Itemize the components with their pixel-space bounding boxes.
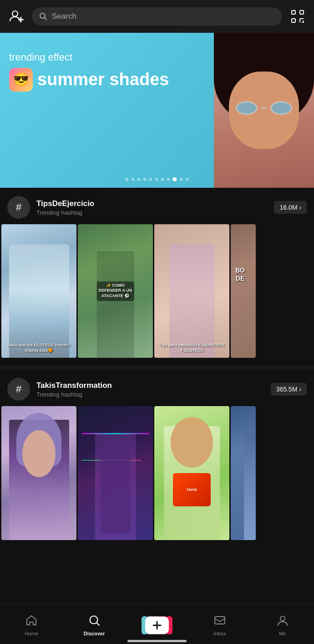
header: Search <box>0 0 314 33</box>
video-thumb-2-1[interactable] <box>1 406 76 540</box>
nav-item-home[interactable]: Home <box>15 614 47 636</box>
scroll-area: # TipsDeEjercicio Trending hashtag 16.0M… <box>0 188 314 594</box>
nav-item-discover[interactable]: Discover <box>78 614 110 636</box>
hashtag-sub-1: Trending hashtag <box>36 209 268 216</box>
glasses-left <box>236 101 257 115</box>
dot-9-active <box>173 177 177 181</box>
section-takistransformation: # TakisTransformation Trending hashtag 3… <box>0 370 314 548</box>
dot-7 <box>161 178 164 181</box>
nav-item-add[interactable] <box>141 616 173 634</box>
hashtag-icon-1: # <box>7 196 30 219</box>
me-icon <box>277 614 289 629</box>
banner-person-image <box>214 33 314 188</box>
discover-icon <box>88 614 100 629</box>
effect-name: summer shades <box>37 70 169 89</box>
hashtag-sub-2: Trending hashtag <box>36 391 264 398</box>
svg-line-13 <box>97 623 100 625</box>
home-indicator <box>127 640 187 642</box>
svg-line-4 <box>45 18 47 20</box>
thumb-text-1-1: Nada que tus GLUTEOS crecen? Intenta est… <box>3 341 75 355</box>
hashtag-name-1: TipsDeEjercicio <box>36 199 268 208</box>
hashtag-header-2: # TakisTransformation Trending hashtag 3… <box>0 370 314 406</box>
svg-rect-5 <box>292 10 295 14</box>
glasses-bridge <box>261 107 267 108</box>
section-divider <box>0 366 314 370</box>
svg-point-0 <box>12 11 18 16</box>
home-icon <box>25 614 37 629</box>
dot-8 <box>167 178 170 181</box>
add-user-button[interactable] <box>6 6 26 26</box>
svg-rect-6 <box>300 10 304 14</box>
hashtag-info-1: TipsDeEjercicio Trending hashtag <box>36 199 268 216</box>
banner-dots <box>126 177 189 181</box>
bottom-nav: Home Discover Inbox <box>0 604 314 644</box>
nav-label-home: Home <box>25 631 38 636</box>
video-thumb-2-4[interactable] <box>231 406 256 540</box>
video-thumb-1-4[interactable]: BODE <box>231 224 256 358</box>
nav-item-inbox[interactable]: Inbox <box>204 614 236 636</box>
hashtag-count-2[interactable]: 365.5M › <box>271 383 307 396</box>
svg-rect-7 <box>292 19 295 22</box>
nav-label-discover: Discover <box>84 631 105 636</box>
scan-button[interactable] <box>288 6 308 26</box>
dot-6 <box>155 178 158 181</box>
effect-icon: 😎 <box>9 68 33 92</box>
trending-label: trending effect <box>9 51 169 64</box>
dot-2 <box>132 178 135 181</box>
nav-add-button[interactable] <box>144 616 170 634</box>
banner[interactable]: trending effect 😎 summer shades <box>0 33 314 188</box>
hashtag-header-1: # TipsDeEjercicio Trending hashtag 16.0M… <box>0 188 314 224</box>
effect-name-row: 😎 summer shades <box>9 68 169 92</box>
video-thumb-1-3[interactable]: Tips para sentadilla CuaDRICEPS Y GLuTEO… <box>154 224 229 358</box>
hashtag-name-2: TakisTransformation <box>36 381 264 390</box>
glasses-right <box>270 101 292 115</box>
dot-11 <box>186 178 189 181</box>
hashtag-info-2: TakisTransformation Trending hashtag <box>36 381 264 398</box>
inbox-icon <box>214 614 226 629</box>
search-bar[interactable]: Search <box>32 7 282 26</box>
dot-5 <box>149 178 152 181</box>
dot-3 <box>137 178 141 181</box>
video-thumb-1-2[interactable]: ✨ COMO DEFENDER A UN ATACANTE ⚽ <box>78 224 153 358</box>
banner-text: trending effect 😎 summer shades <box>9 51 169 92</box>
nav-label-me: Me <box>279 631 286 636</box>
thumb-text-1-3: Tips para sentadilla CuaDRICEPS Y GLuTEO… <box>156 341 228 355</box>
nav-add-inner <box>145 617 169 634</box>
hashtag-icon-2: # <box>7 378 30 401</box>
video-thumb-2-3[interactable]: TAKIS <box>154 406 229 540</box>
search-input-placeholder: Search <box>52 12 76 21</box>
section-tipsdeejercicio: # TipsDeEjercicio Trending hashtag 16.0M… <box>0 188 314 366</box>
video-thumb-2-2[interactable] <box>78 406 153 540</box>
thumb-text-1-4: BODE <box>233 264 248 284</box>
svg-point-17 <box>280 616 285 621</box>
video-grid-2: TAKIS <box>0 406 314 540</box>
thumb-text-1-2: ✨ COMO DEFENDER A UN ATACANTE ⚽ <box>96 281 134 301</box>
svg-rect-16 <box>215 617 225 624</box>
nav-item-me[interactable]: Me <box>267 614 299 636</box>
dot-4 <box>143 178 147 181</box>
video-thumb-1-1[interactable]: Nada que tus GLUTEOS crecen? Intenta est… <box>1 224 76 358</box>
hashtag-count-1[interactable]: 16.0M › <box>274 201 307 214</box>
nav-label-inbox: Inbox <box>214 631 226 636</box>
dot-1 <box>126 178 129 181</box>
video-grid-1: Nada que tus GLUTEOS crecen? Intenta est… <box>0 224 314 358</box>
dot-10 <box>180 178 183 181</box>
